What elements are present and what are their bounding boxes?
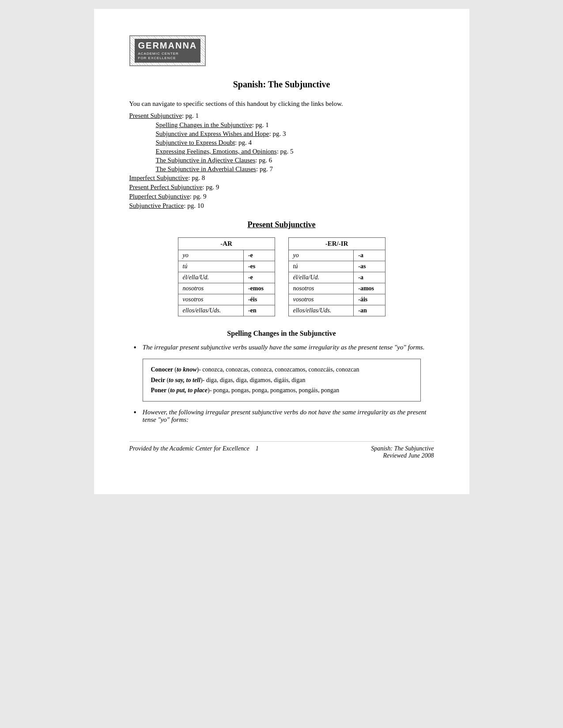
table-row: ellos/ellas/Uds. -en bbox=[178, 305, 275, 316]
bullet-icon: • bbox=[134, 343, 136, 353]
toc-item-practice: Subjunctive Practice: pg. 10 bbox=[129, 202, 434, 210]
toc-item-wishes: Subjunctive and Express Wishes and Hope:… bbox=[156, 130, 434, 138]
toc-link-practice[interactable]: Subjunctive Practice bbox=[129, 202, 184, 209]
table-row: nosotros -emos bbox=[178, 283, 275, 294]
ending-tu-er: -as bbox=[354, 261, 385, 272]
table-row: vosotros -áis bbox=[288, 294, 385, 305]
ending-nosotros-er: -amos bbox=[354, 283, 385, 294]
nav-intro: You can navigate to specific sections of… bbox=[129, 100, 434, 108]
toc-item-present-perfect: Present Perfect Subjunctive: pg. 9 bbox=[129, 184, 434, 191]
conjugation-tables: -AR yo -e tú -es él/ella/Ud. -e nosotros… bbox=[129, 237, 434, 316]
ending-yo-er: -a bbox=[354, 250, 385, 261]
pronoun-ellos-er: ellos/ellas/Uds. bbox=[288, 305, 354, 316]
pronoun-el-er: él/ella/Ud. bbox=[288, 272, 354, 283]
bullet-text-1: The irregular present subjunctive verbs … bbox=[143, 344, 425, 351]
pronoun-yo-er: yo bbox=[288, 250, 354, 261]
spelling-bullets: • The irregular present subjunctive verb… bbox=[129, 344, 434, 353]
logo-title: GERMANNA bbox=[138, 41, 197, 51]
table-row: yo -a bbox=[288, 250, 385, 261]
table-row: nosotros -amos bbox=[288, 283, 385, 294]
logo-subtitle: ACADEMIC CENTER FOR EXCELLENCE bbox=[138, 52, 197, 61]
er-ir-table: -ER/-IR yo -a tú -as él/ella/Ud. -a noso… bbox=[288, 237, 385, 316]
spelling-changes-title: Spelling Changes in the Subjunctive bbox=[129, 330, 434, 338]
pronoun-vosotros-er: vosotros bbox=[288, 294, 354, 305]
ending-ellos-er: -an bbox=[354, 305, 385, 316]
toc-item-feelings: Expressing Feelings, Emotions, and Opini… bbox=[156, 148, 434, 155]
example-conocer: Conocer (to know)- conozca, conozcas, co… bbox=[151, 364, 412, 375]
ar-table-header: -AR bbox=[178, 237, 275, 250]
toc-item-spelling: Spelling Changes in the Subjunctive: pg.… bbox=[156, 121, 434, 129]
table-row: tú -as bbox=[288, 261, 385, 272]
bullet-text-2: However, the following irregular present… bbox=[143, 409, 434, 424]
list-item: • The irregular present subjunctive verb… bbox=[129, 344, 434, 353]
bullet-icon-2: • bbox=[134, 408, 136, 417]
footer: Provided by the Academic Center for Exce… bbox=[129, 441, 434, 459]
table-row: yo -e bbox=[178, 250, 275, 261]
page: GERMANNA ACADEMIC CENTER FOR EXCELLENCE … bbox=[94, 9, 469, 494]
list-item: • However, the following irregular prese… bbox=[129, 409, 434, 424]
ending-ellos-ar: -en bbox=[243, 305, 275, 316]
toc-link-doubt[interactable]: Subjunctive to Express Doubt bbox=[156, 139, 235, 146]
ending-yo-ar: -e bbox=[243, 250, 275, 261]
toc-link-pluperfect[interactable]: Pluperfect Subjunctive bbox=[129, 193, 190, 200]
pronoun-el-ar: él/ella/Ud. bbox=[178, 272, 243, 283]
toc-link-adjective[interactable]: The Subjunctive in Adjective Clauses bbox=[156, 157, 256, 164]
example-poner: Poner (to put, to place)- ponga, pongas,… bbox=[151, 385, 412, 396]
pronoun-nosotros-ar: nosotros bbox=[178, 283, 243, 294]
example-decir: Decir (to say, to tell)- diga, digas, di… bbox=[151, 375, 412, 386]
toc-item-pluperfect: Pluperfect Subjunctive: pg. 9 bbox=[129, 193, 434, 200]
toc-link-adverbial[interactable]: The Subjunctive in Adverbial Clauses bbox=[156, 165, 256, 173]
pronoun-ellos-ar: ellos/ellas/Uds. bbox=[178, 305, 243, 316]
footer-right: Spanish: The Subjunctive Reviewed June 2… bbox=[371, 445, 434, 459]
ending-nosotros-ar: -emos bbox=[243, 283, 275, 294]
toc-item-adjective: The Subjunctive in Adjective Clauses: pg… bbox=[156, 157, 434, 164]
table-row: vosotros -éis bbox=[178, 294, 275, 305]
pronoun-nosotros-er: nosotros bbox=[288, 283, 354, 294]
toc-item-present: Present Subjunctive: pg. 1 bbox=[129, 112, 434, 120]
toc-sub-present: Spelling Changes in the Subjunctive: pg.… bbox=[156, 121, 434, 173]
er-ir-table-header: -ER/-IR bbox=[288, 237, 385, 250]
toc-link-imperfect[interactable]: Imperfect Subjunctive bbox=[129, 174, 189, 181]
footer-left: Provided by the Academic Center for Exce… bbox=[129, 445, 259, 459]
ending-vosotros-er: -áis bbox=[354, 294, 385, 305]
table-row: él/ella/Ud. -a bbox=[288, 272, 385, 283]
logo-inner: GERMANNA ACADEMIC CENTER FOR EXCELLENCE bbox=[135, 39, 201, 63]
ending-el-er: -a bbox=[354, 272, 385, 283]
pronoun-yo-ar: yo bbox=[178, 250, 243, 261]
present-subjunctive-title: Present Subjunctive bbox=[129, 220, 434, 229]
table-row: él/ella/Ud. -e bbox=[178, 272, 275, 283]
toc-link-present[interactable]: Present Subjunctive bbox=[129, 112, 182, 119]
toc-link-present-perfect[interactable]: Present Perfect Subjunctive bbox=[129, 184, 203, 191]
toc-link-feelings[interactable]: Expressing Feelings, Emotions, and Opini… bbox=[156, 148, 277, 155]
toc-link-spelling[interactable]: Spelling Changes in the Subjunctive bbox=[156, 121, 252, 128]
ending-tu-ar: -es bbox=[243, 261, 275, 272]
spelling-bullets-2: • However, the following irregular prese… bbox=[129, 409, 434, 424]
toc-item-imperfect: Imperfect Subjunctive: pg. 8 bbox=[129, 174, 434, 182]
pronoun-tu-ar: tú bbox=[178, 261, 243, 272]
toc-link-wishes[interactable]: Subjunctive and Express Wishes and Hope bbox=[156, 130, 269, 137]
table-of-contents: Present Subjunctive: pg. 1 Spelling Chan… bbox=[129, 112, 434, 210]
pronoun-vosotros-ar: vosotros bbox=[178, 294, 243, 305]
toc-item-adverbial: The Subjunctive in Adverbial Clauses: pg… bbox=[156, 165, 434, 173]
pronoun-tu-er: tú bbox=[288, 261, 354, 272]
ending-vosotros-ar: -éis bbox=[243, 294, 275, 305]
logo-box: GERMANNA ACADEMIC CENTER FOR EXCELLENCE bbox=[129, 35, 206, 66]
table-row: tú -es bbox=[178, 261, 275, 272]
example-box: Conocer (to know)- conozca, conozcas, co… bbox=[143, 359, 421, 402]
page-title: Spanish: The Subjunctive bbox=[129, 79, 434, 90]
table-row: ellos/ellas/Uds. -an bbox=[288, 305, 385, 316]
ar-table: -AR yo -e tú -es él/ella/Ud. -e nosotros… bbox=[178, 237, 275, 316]
ending-el-ar: -e bbox=[243, 272, 275, 283]
toc-item-doubt: Subjunctive to Express Doubt: pg. 4 bbox=[156, 139, 434, 146]
